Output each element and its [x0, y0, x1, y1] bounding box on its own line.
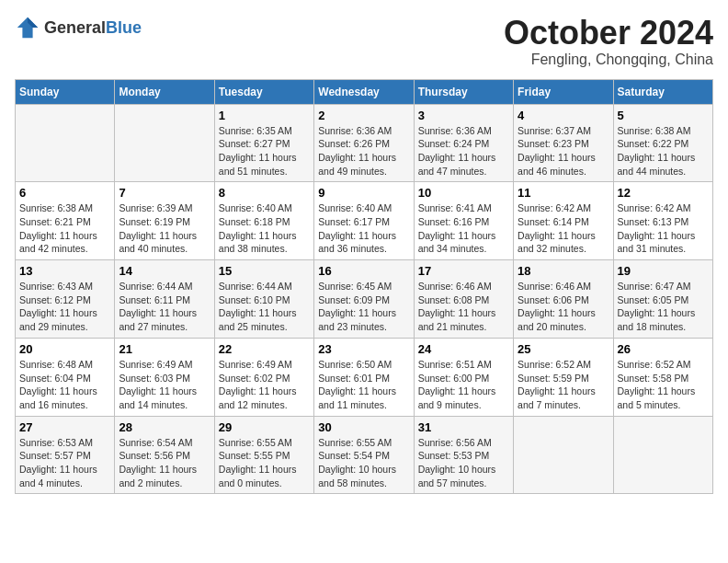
day-detail: Sunrise: 6:53 AMSunset: 5:57 PMDaylight:…: [19, 437, 97, 488]
calendar-cell: 23Sunrise: 6:50 AMSunset: 6:01 PMDayligh…: [314, 338, 414, 416]
col-header-sunday: Sunday: [16, 79, 115, 104]
calendar-cell: 31Sunrise: 6:56 AMSunset: 5:53 PMDayligh…: [414, 416, 513, 494]
day-number: 7: [119, 186, 210, 200]
calendar-cell: 7Sunrise: 6:39 AMSunset: 6:19 PMDaylight…: [115, 182, 214, 260]
day-number: 27: [19, 420, 110, 434]
day-detail: Sunrise: 6:48 AMSunset: 6:04 PMDaylight:…: [19, 359, 97, 410]
logo: General Blue: [15, 15, 142, 40]
day-detail: Sunrise: 6:38 AMSunset: 6:22 PMDaylight:…: [618, 125, 696, 177]
day-number: 8: [219, 186, 310, 200]
calendar-cell: 8Sunrise: 6:40 AMSunset: 6:18 PMDaylight…: [214, 182, 313, 260]
calendar-cell: 2Sunrise: 6:36 AMSunset: 6:26 PMDaylight…: [314, 104, 414, 182]
day-number: 15: [219, 264, 310, 278]
day-number: 19: [618, 264, 709, 278]
calendar-cell: 10Sunrise: 6:41 AMSunset: 6:16 PMDayligh…: [414, 182, 513, 260]
day-number: 2: [318, 109, 409, 122]
page-header: General Blue October 2024 Fengling, Chon…: [15, 15, 713, 68]
calendar-cell: 5Sunrise: 6:38 AMSunset: 6:22 PMDaylight…: [613, 104, 712, 182]
day-number: 18: [518, 264, 609, 278]
day-detail: Sunrise: 6:47 AMSunset: 6:05 PMDaylight:…: [618, 281, 696, 332]
day-detail: Sunrise: 6:56 AMSunset: 5:53 PMDaylight:…: [418, 437, 496, 488]
calendar-cell: 19Sunrise: 6:47 AMSunset: 6:05 PMDayligh…: [613, 260, 712, 339]
col-header-monday: Monday: [115, 79, 214, 104]
day-detail: Sunrise: 6:46 AMSunset: 6:08 PMDaylight:…: [418, 281, 496, 332]
calendar-cell: 1Sunrise: 6:35 AMSunset: 6:27 PMDaylight…: [214, 104, 313, 182]
calendar-cell: [514, 416, 613, 494]
day-number: 3: [418, 109, 509, 122]
day-number: 1: [219, 109, 310, 122]
calendar-cell: 3Sunrise: 6:36 AMSunset: 6:24 PMDaylight…: [414, 104, 513, 182]
day-number: 13: [19, 264, 110, 278]
calendar-cell: 25Sunrise: 6:52 AMSunset: 5:59 PMDayligh…: [514, 338, 613, 416]
calendar-week-2: 6Sunrise: 6:38 AMSunset: 6:21 PMDaylight…: [16, 182, 713, 260]
day-detail: Sunrise: 6:45 AMSunset: 6:09 PMDaylight:…: [318, 281, 396, 332]
calendar-cell: [613, 416, 712, 494]
day-detail: Sunrise: 6:40 AMSunset: 6:18 PMDaylight:…: [219, 202, 297, 254]
logo-text-blue: Blue: [106, 18, 142, 38]
logo-icon: [15, 15, 40, 40]
calendar-week-1: 1Sunrise: 6:35 AMSunset: 6:27 PMDaylight…: [16, 104, 713, 182]
day-detail: Sunrise: 6:46 AMSunset: 6:06 PMDaylight:…: [518, 281, 596, 332]
day-number: 24: [418, 342, 509, 356]
day-number: 23: [318, 342, 409, 356]
calendar-cell: 9Sunrise: 6:40 AMSunset: 6:17 PMDaylight…: [314, 182, 414, 260]
day-number: 16: [318, 264, 409, 278]
calendar-cell: 11Sunrise: 6:42 AMSunset: 6:14 PMDayligh…: [514, 182, 613, 260]
day-detail: Sunrise: 6:44 AMSunset: 6:11 PMDaylight:…: [119, 281, 197, 332]
calendar-cell: 13Sunrise: 6:43 AMSunset: 6:12 PMDayligh…: [16, 260, 115, 339]
day-detail: Sunrise: 6:55 AMSunset: 5:54 PMDaylight:…: [318, 437, 396, 488]
month-title: October 2024: [504, 15, 713, 52]
calendar-week-5: 27Sunrise: 6:53 AMSunset: 5:57 PMDayligh…: [16, 416, 713, 494]
day-number: 6: [19, 186, 110, 200]
day-detail: Sunrise: 6:51 AMSunset: 6:00 PMDaylight:…: [418, 359, 496, 410]
title-block: October 2024 Fengling, Chongqing, China: [504, 15, 713, 68]
day-detail: Sunrise: 6:49 AMSunset: 6:02 PMDaylight:…: [219, 359, 297, 410]
day-number: 22: [219, 342, 310, 356]
calendar-cell: 22Sunrise: 6:49 AMSunset: 6:02 PMDayligh…: [214, 338, 313, 416]
day-detail: Sunrise: 6:42 AMSunset: 6:13 PMDaylight:…: [618, 202, 696, 254]
day-detail: Sunrise: 6:42 AMSunset: 6:14 PMDaylight:…: [518, 202, 596, 254]
calendar-cell: 6Sunrise: 6:38 AMSunset: 6:21 PMDaylight…: [16, 182, 115, 260]
logo-text-general: General: [44, 18, 106, 38]
calendar-cell: [16, 104, 115, 182]
day-number: 10: [418, 186, 509, 200]
day-number: 9: [318, 186, 409, 200]
calendar-cell: 16Sunrise: 6:45 AMSunset: 6:09 PMDayligh…: [314, 260, 414, 339]
day-detail: Sunrise: 6:43 AMSunset: 6:12 PMDaylight:…: [19, 281, 97, 332]
calendar-cell: 12Sunrise: 6:42 AMSunset: 6:13 PMDayligh…: [613, 182, 712, 260]
day-detail: Sunrise: 6:49 AMSunset: 6:03 PMDaylight:…: [119, 359, 197, 410]
day-detail: Sunrise: 6:36 AMSunset: 6:24 PMDaylight:…: [418, 125, 496, 177]
day-number: 30: [318, 420, 409, 434]
col-header-thursday: Thursday: [414, 79, 513, 104]
day-number: 11: [518, 186, 609, 200]
calendar-cell: 17Sunrise: 6:46 AMSunset: 6:08 PMDayligh…: [414, 260, 513, 339]
day-number: 26: [618, 342, 709, 356]
calendar-cell: [115, 104, 214, 182]
day-detail: Sunrise: 6:41 AMSunset: 6:16 PMDaylight:…: [418, 202, 496, 254]
day-detail: Sunrise: 6:50 AMSunset: 6:01 PMDaylight:…: [318, 359, 396, 410]
calendar-cell: 14Sunrise: 6:44 AMSunset: 6:11 PMDayligh…: [115, 260, 214, 339]
calendar-cell: 27Sunrise: 6:53 AMSunset: 5:57 PMDayligh…: [16, 416, 115, 494]
day-detail: Sunrise: 6:52 AMSunset: 5:59 PMDaylight:…: [518, 359, 596, 410]
calendar-table: SundayMondayTuesdayWednesdayThursdayFrid…: [15, 79, 713, 495]
location-title: Fengling, Chongqing, China: [504, 52, 713, 68]
calendar-week-4: 20Sunrise: 6:48 AMSunset: 6:04 PMDayligh…: [16, 338, 713, 416]
day-detail: Sunrise: 6:55 AMSunset: 5:55 PMDaylight:…: [219, 437, 297, 488]
day-number: 25: [518, 342, 609, 356]
day-number: 28: [119, 420, 210, 434]
day-detail: Sunrise: 6:36 AMSunset: 6:26 PMDaylight:…: [318, 125, 396, 177]
calendar-cell: 21Sunrise: 6:49 AMSunset: 6:03 PMDayligh…: [115, 338, 214, 416]
col-header-friday: Friday: [514, 79, 613, 104]
day-detail: Sunrise: 6:35 AMSunset: 6:27 PMDaylight:…: [219, 125, 297, 177]
day-detail: Sunrise: 6:38 AMSunset: 6:21 PMDaylight:…: [19, 202, 97, 254]
col-header-saturday: Saturday: [613, 79, 712, 104]
calendar-cell: 15Sunrise: 6:44 AMSunset: 6:10 PMDayligh…: [214, 260, 313, 339]
day-number: 4: [518, 109, 609, 122]
calendar-header-row: SundayMondayTuesdayWednesdayThursdayFrid…: [16, 79, 713, 104]
calendar-cell: 20Sunrise: 6:48 AMSunset: 6:04 PMDayligh…: [16, 338, 115, 416]
day-number: 14: [119, 264, 210, 278]
day-number: 31: [418, 420, 509, 434]
day-number: 5: [618, 109, 709, 122]
calendar-cell: 28Sunrise: 6:54 AMSunset: 5:56 PMDayligh…: [115, 416, 214, 494]
day-detail: Sunrise: 6:52 AMSunset: 5:58 PMDaylight:…: [618, 359, 696, 410]
